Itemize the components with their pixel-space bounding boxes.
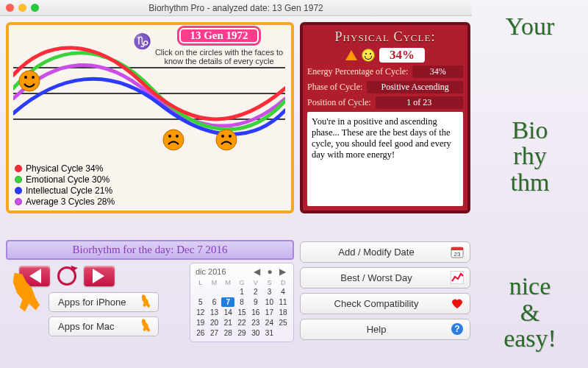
calendar-day[interactable]: 24: [263, 318, 276, 328]
calendar-day[interactable]: 1: [235, 287, 248, 297]
calendar-day[interactable]: 23: [249, 318, 262, 328]
legend-dot-icon: [15, 165, 22, 172]
window-titlebar: Biorhythm Pro - analyzed date: 13 Gen 19…: [0, 0, 472, 16]
calendar-day[interactable]: 3: [263, 287, 276, 297]
calendar-day[interactable]: 18: [276, 308, 290, 317]
help-icon: ?: [451, 322, 464, 336]
day-banner: Biorhythm for the day: Dec 7 2016: [6, 240, 294, 260]
phase-value: Positive Ascending: [367, 81, 463, 93]
next-day-button[interactable]: [84, 266, 115, 286]
calendar-weekday: G: [235, 279, 248, 286]
emotional-face-icon[interactable]: [163, 130, 184, 150]
svg-point-5: [32, 76, 35, 79]
svg-point-3: [19, 71, 40, 91]
calendar-weekday: S: [263, 279, 276, 286]
calendar-weekday: V: [249, 279, 262, 286]
legend-dot-icon: [15, 198, 22, 205]
calendar-day[interactable]: 2: [249, 287, 262, 297]
energy-value: 34%: [412, 66, 463, 78]
compat-label: Check Compatibility: [334, 298, 419, 309]
calendar-weekday: M: [221, 279, 234, 286]
apps-mac-button[interactable]: Apps for Mac: [49, 316, 159, 336]
phase-label: Phase of Cycle:: [307, 82, 362, 93]
trend-up-icon: [345, 50, 357, 60]
calendar-day[interactable]: 10: [263, 297, 276, 307]
calendar[interactable]: dic 2016 ◀ ● ▶ LMMGVSD 12345678910111213…: [190, 263, 294, 342]
promo-word: &: [520, 300, 539, 326]
svg-point-9: [216, 130, 237, 150]
legend-dot-icon: [15, 176, 22, 183]
intellectual-face-icon[interactable]: [216, 130, 237, 150]
calendar-day[interactable]: 26: [194, 328, 207, 338]
calendar-day[interactable]: 20: [208, 318, 221, 328]
calendar-day[interactable]: 31: [263, 328, 276, 338]
calendar-day[interactable]: 15: [235, 308, 248, 317]
add-modify-label: Add / Modify Date: [338, 247, 414, 258]
physical-face-icon[interactable]: [19, 71, 40, 91]
legend-emotional: Emotional Cycle 30%: [26, 174, 110, 185]
cycle-description: You're in a positive and ascending phase…: [307, 112, 463, 206]
calendar-day[interactable]: 8: [235, 297, 248, 307]
calendar-day[interactable]: 4: [276, 287, 290, 297]
svg-point-7: [168, 135, 171, 138]
calendar-day[interactable]: 19: [194, 318, 207, 328]
calendar-day[interactable]: 28: [221, 328, 234, 338]
calendar-nav[interactable]: ◀ ● ▶: [254, 266, 288, 277]
promo-word: easy!: [503, 325, 556, 352]
calendar-day[interactable]: 21: [221, 318, 234, 328]
calendar-day[interactable]: 22: [235, 318, 248, 328]
calendar-day[interactable]: 7: [221, 297, 234, 307]
promo-word: Bio: [512, 117, 548, 144]
reload-button[interactable]: [57, 266, 76, 286]
legend-intellectual: Intellectual Cycle 21%: [26, 185, 112, 196]
promo-sidebar: Your Bio rhy thm nice & easy!: [472, 0, 588, 368]
add-modify-date-button[interactable]: Add / Modify Date 23: [300, 241, 470, 263]
calendar-day[interactable]: 13: [208, 308, 221, 317]
biorhythm-chart-panel: ♑ 13 Gen 1972 Click on the circles with …: [6, 22, 294, 213]
calendar-weekday: L: [194, 279, 207, 286]
italy-map-icon: [136, 292, 154, 311]
calendar-day[interactable]: 27: [208, 328, 221, 338]
heart-icon: [451, 297, 464, 310]
calendar-day[interactable]: 29: [235, 328, 248, 338]
cycle-detail-panel: Physical Cycle: 34% Energy Percentage of…: [300, 22, 470, 213]
promo-word: nice: [509, 273, 551, 300]
svg-point-11: [229, 135, 232, 138]
calendar-day[interactable]: 16: [249, 308, 262, 317]
svg-point-6: [163, 130, 184, 150]
svg-point-4: [24, 76, 27, 79]
help-button[interactable]: Help ?: [300, 319, 470, 340]
calendar-day[interactable]: 14: [221, 308, 234, 317]
calendar-icon: 23: [451, 245, 464, 258]
calendar-day[interactable]: 11: [276, 297, 290, 307]
check-compatibility-button[interactable]: Check Compatibility: [300, 293, 470, 314]
cycle-title: Physical Cycle:: [307, 29, 463, 45]
promo-word: thm: [511, 169, 550, 196]
calendar-day[interactable]: 12: [194, 308, 207, 317]
legend-physical: Physical Cycle 34%: [26, 163, 103, 174]
svg-point-10: [221, 135, 224, 138]
help-label: Help: [367, 324, 387, 335]
cycle-percent: 34%: [379, 48, 425, 63]
calendar-day[interactable]: 9: [249, 297, 262, 307]
calendar-day[interactable]: 30: [249, 328, 262, 338]
promo-word: Your: [506, 13, 554, 40]
chart-icon: [451, 271, 464, 284]
italy-map-icon: [9, 270, 41, 329]
position-label: Position of Cycle:: [307, 97, 371, 108]
calendar-day[interactable]: 5: [194, 297, 207, 307]
promo-word: rhy: [513, 143, 546, 169]
calendar-day[interactable]: 6: [208, 297, 221, 307]
calendar-day[interactable]: 25: [276, 318, 290, 328]
best-worst-day-button[interactable]: Best / Worst Day: [300, 267, 470, 289]
italy-map-icon: [136, 316, 154, 335]
legend-average: Average 3 Cycles 28%: [26, 197, 115, 207]
energy-label: Energy Percentage of Cycle:: [307, 66, 408, 77]
svg-point-8: [176, 135, 179, 138]
chart-legend: Physical Cycle 34% Emotional Cycle 30% I…: [15, 163, 115, 208]
apps-iphone-button[interactable]: Apps for iPhone: [49, 292, 159, 312]
svg-rect-13: [451, 247, 463, 250]
calendar-day[interactable]: 17: [263, 308, 276, 317]
calendar-month: dic 2016: [196, 267, 226, 276]
svg-text:23: 23: [454, 251, 461, 258]
